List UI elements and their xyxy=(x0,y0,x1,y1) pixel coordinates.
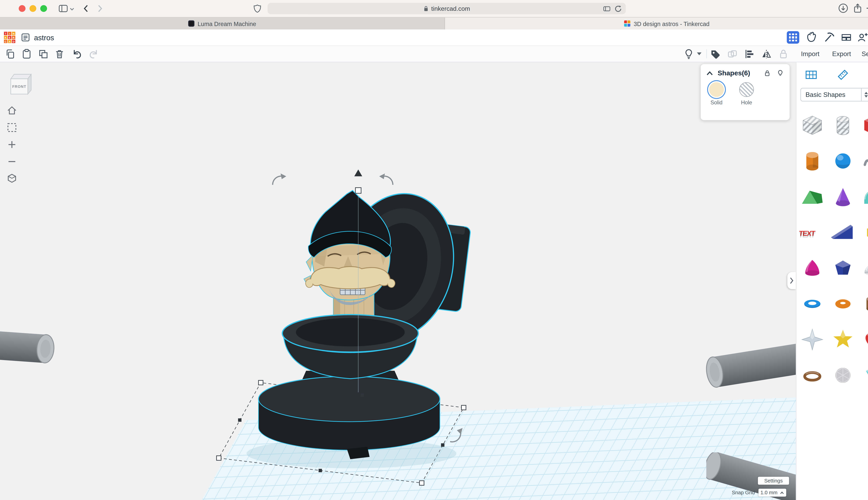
scale-top-handle xyxy=(355,188,361,193)
tab-tinkercad[interactable]: 3D design astros - Tinkercad xyxy=(445,18,868,30)
forward-icon[interactable] xyxy=(98,4,103,12)
shape-torus[interactable] xyxy=(827,286,858,321)
edge-handle xyxy=(441,443,444,447)
flip-button[interactable] xyxy=(761,48,772,59)
show-all-button[interactable] xyxy=(683,48,694,59)
home-view-button[interactable] xyxy=(6,104,18,117)
sidebar-chevron-icon[interactable] xyxy=(70,7,74,11)
design-title[interactable]: astros xyxy=(34,34,54,42)
fit-selection-button[interactable] xyxy=(6,121,18,134)
selected-model[interactable] xyxy=(187,159,482,499)
tab-group-icon[interactable] xyxy=(603,6,610,12)
corner-handle xyxy=(216,456,221,460)
shape-wedge[interactable] xyxy=(827,214,858,250)
solid-option[interactable]: Solid xyxy=(709,81,724,105)
zoom-window-button[interactable] xyxy=(40,5,47,12)
shape-ring[interactable] xyxy=(797,357,827,393)
close-window-button[interactable] xyxy=(19,5,25,12)
shape-paraboloid[interactable] xyxy=(797,250,827,286)
tinkercad-logo[interactable]: TIN KER CAD xyxy=(4,32,15,43)
design-properties-icon[interactable] xyxy=(21,33,30,42)
group-button[interactable] xyxy=(727,48,738,59)
shape-icosphere[interactable] xyxy=(827,357,858,393)
tab-luma[interactable]: Luma Dream Machine xyxy=(0,18,445,30)
shape-heart[interactable] xyxy=(858,321,868,357)
shape-round-roof[interactable] xyxy=(858,179,868,214)
shape-box-hole[interactable] xyxy=(797,107,827,143)
viewport[interactable]: FRONT xyxy=(0,62,796,500)
workplane-tool-icon[interactable] xyxy=(804,68,818,82)
viewport-tools xyxy=(6,104,18,185)
shape-star[interactable] xyxy=(827,321,858,357)
new-tab-icon[interactable] xyxy=(866,4,868,12)
back-icon[interactable] xyxy=(83,4,88,12)
shape-tube[interactable] xyxy=(858,286,868,321)
hole-swatch[interactable] xyxy=(739,82,754,97)
shape-roof[interactable] xyxy=(797,179,827,214)
delete-button[interactable] xyxy=(54,48,65,59)
settings-button[interactable]: Settings xyxy=(758,477,789,485)
gray-cylinder-right[interactable] xyxy=(703,341,796,395)
pickaxe-icon[interactable] xyxy=(823,32,834,43)
tab-strip: Luma Dream Machine 3D design astros - Ti… xyxy=(0,17,868,30)
url-text: tinkercad.com xyxy=(431,5,470,12)
downloads-icon[interactable] xyxy=(838,3,848,13)
send-to-button[interactable]: Send To xyxy=(861,50,868,57)
duplicate-button[interactable] xyxy=(37,48,49,59)
add-person-icon[interactable] xyxy=(857,32,868,43)
zoom-out-button[interactable] xyxy=(6,155,18,168)
shape-box[interactable]: ★ xyxy=(858,107,868,143)
notes-tool-icon[interactable] xyxy=(867,68,868,82)
shape-cylinder-hole[interactable] xyxy=(827,107,858,143)
shape-scribble[interactable] xyxy=(858,143,868,179)
show-all-dropdown-icon[interactable] xyxy=(696,48,703,59)
lock-toolbar-button[interactable] xyxy=(778,48,789,59)
align-button[interactable] xyxy=(744,48,755,59)
macos-titlebar: tinkercad.com xyxy=(0,0,868,17)
hole-option[interactable]: Hole xyxy=(739,81,754,105)
import-button[interactable]: Import xyxy=(801,50,819,57)
shape-cone[interactable] xyxy=(827,179,858,214)
privacy-shield-icon[interactable] xyxy=(253,3,262,14)
shape-half-sphere[interactable] xyxy=(858,250,868,286)
share-icon[interactable] xyxy=(853,3,863,13)
view-cube[interactable]: FRONT xyxy=(8,70,34,96)
minimize-window-button[interactable] xyxy=(30,5,36,12)
collapse-library-tab[interactable] xyxy=(787,272,796,289)
view-blocks-button[interactable] xyxy=(787,31,799,44)
redo-button[interactable] xyxy=(88,48,99,59)
bricks-icon[interactable] xyxy=(841,32,852,43)
shape-cylinder[interactable] xyxy=(797,143,827,179)
collapse-panel-icon[interactable] xyxy=(706,71,713,76)
export-button[interactable]: Export xyxy=(832,50,851,57)
category-stepper[interactable] xyxy=(861,88,868,101)
shape-category-dropdown[interactable]: Basic Shapes xyxy=(800,88,868,101)
shape-diamond[interactable] xyxy=(858,357,868,393)
copy-button[interactable] xyxy=(4,48,16,59)
shape-text[interactable] xyxy=(797,214,827,250)
shape-thin-torus[interactable] xyxy=(797,286,827,321)
glove-icon[interactable] xyxy=(806,32,817,43)
sidebar-toggle-icon[interactable] xyxy=(58,4,68,13)
undo-button[interactable] xyxy=(71,48,83,59)
tab-label: 3D design astros - Tinkercad xyxy=(633,20,709,27)
lock-selection-icon[interactable] xyxy=(764,69,771,77)
reload-icon[interactable] xyxy=(615,5,622,12)
notes-tag-button[interactable] xyxy=(710,48,721,59)
shape-sphere[interactable] xyxy=(827,143,858,179)
perspective-toggle-button[interactable] xyxy=(6,172,18,185)
edge-handle xyxy=(319,469,322,472)
snap-grid-dropdown[interactable]: 1.0 mm xyxy=(758,489,786,497)
zoom-in-button[interactable] xyxy=(6,138,18,151)
tinkercad-favicon xyxy=(624,21,630,27)
gray-cylinder-left[interactable] xyxy=(0,327,70,378)
shape-polygon[interactable] xyxy=(858,214,868,250)
address-bar[interactable]: tinkercad.com xyxy=(267,3,626,14)
ruler-tool-icon[interactable] xyxy=(836,68,849,82)
shape-prism[interactable] xyxy=(827,250,858,286)
hide-selection-icon[interactable] xyxy=(777,69,784,77)
solid-swatch[interactable] xyxy=(709,82,724,97)
tinkercad-header: TIN KER CAD astros xyxy=(0,30,868,45)
paste-button[interactable] xyxy=(21,48,32,59)
shape-star4[interactable] xyxy=(797,321,827,357)
